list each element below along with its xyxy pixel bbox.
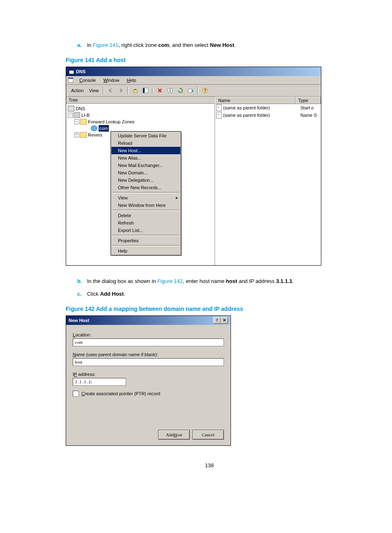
dialog-body: Location: com Name (uses parent domain n… <box>66 325 231 445</box>
text-bold: Add Host <box>100 291 124 297</box>
cell-name: (same as parent folder) <box>223 113 270 118</box>
ctx-view[interactable]: View <box>111 194 180 202</box>
ctx-help[interactable]: Help <box>111 247 180 255</box>
show-hide-tree-button[interactable] <box>141 86 150 95</box>
figure-link-141[interactable]: Figure 141 <box>93 42 118 48</box>
expand-icon[interactable]: + <box>74 132 79 137</box>
svg-rect-1 <box>69 69 74 70</box>
text: , right click zone <box>118 42 158 48</box>
dialog-titlebar: New Host ? ✕ <box>66 316 231 325</box>
menubar: CConsoleonsole Window Help <box>66 76 321 85</box>
menu-console[interactable]: CConsoleonsole <box>76 77 99 83</box>
refresh-button[interactable] <box>175 86 185 95</box>
text: . <box>124 291 125 297</box>
ptr-checkbox[interactable] <box>73 391 79 397</box>
ctx-properties[interactable]: Properties <box>111 237 180 244</box>
list-pane: Name Type (same as parent folder) Start … <box>215 97 321 265</box>
titlebar: DNS <box>66 67 321 76</box>
ctx-new-delegation[interactable]: New Delegation... <box>111 176 180 184</box>
ctx-other-records[interactable]: Other New Records... <box>111 184 180 191</box>
menu-window[interactable]: Window <box>100 77 122 83</box>
ctx-update-server-data[interactable]: Update Server Data File <box>111 132 180 139</box>
text: Click <box>87 291 100 297</box>
text: In the dialog box as shown in <box>87 278 157 284</box>
tree-header: Tree <box>66 97 214 104</box>
ctx-new-mx[interactable]: New Mail Exchanger... <box>111 162 180 169</box>
tree-fwd-zones[interactable]: −Forward Lookup Zones <box>68 118 212 125</box>
text: In <box>87 42 93 48</box>
properties-button[interactable] <box>165 86 175 95</box>
new-host-dialog: New Host ? ✕ Location: com Name (uses pa… <box>66 315 231 446</box>
separator <box>112 235 180 236</box>
location-label: Location: <box>73 332 224 337</box>
cancel-button[interactable]: Cancel <box>192 430 224 440</box>
text-bold: com <box>158 42 169 48</box>
name-label: Name (uses parent domain name if blank): <box>73 352 224 357</box>
tree-server[interactable]: −LI-B <box>68 112 212 118</box>
name-field[interactable]: host <box>73 358 224 366</box>
ctx-refresh[interactable]: Refresh <box>111 219 180 227</box>
ctx-reload[interactable]: Reload <box>111 139 180 147</box>
text-bold: host <box>226 278 237 284</box>
help-button[interactable]: ? <box>200 86 210 95</box>
separator <box>152 87 153 94</box>
location-field: com <box>73 338 224 346</box>
step-letter-c: c. <box>77 290 85 298</box>
svg-point-8 <box>170 89 171 90</box>
text: , enter host name <box>183 278 226 284</box>
help-window-button[interactable]: ? <box>213 317 221 324</box>
record-icon <box>216 112 222 118</box>
close-window-button[interactable]: ✕ <box>221 317 228 324</box>
step-a: a. In Figure 141, right click zone com, … <box>77 41 353 49</box>
col-name[interactable]: Name <box>215 97 295 104</box>
dns-root-icon <box>68 106 74 111</box>
separator <box>127 87 129 94</box>
add-host-button[interactable]: Add Host <box>158 430 190 440</box>
list-header: Name Type <box>215 97 321 104</box>
ip-label: IP address: <box>73 372 224 377</box>
text: . <box>293 278 294 284</box>
tree-root-dns[interactable]: DNS <box>68 105 212 112</box>
svg-rect-4 <box>134 90 137 93</box>
ptr-label: Create associated pointer (PTR) record <box>81 391 160 396</box>
window-title: DNS <box>76 69 85 74</box>
back-button[interactable] <box>106 86 115 95</box>
ctx-new-domain[interactable]: New Domain... <box>111 169 180 176</box>
toolbar: Action View ? <box>66 85 321 97</box>
ptr-checkbox-row[interactable]: Create associated pointer (PTR) record <box>73 391 224 397</box>
step-b: b. In the dialog box as shown in Figure … <box>77 277 353 285</box>
delete-button[interactable] <box>155 86 165 95</box>
svg-rect-0 <box>69 70 74 74</box>
toolbar-action[interactable]: Action <box>69 88 86 93</box>
step-letter-a: a. <box>77 41 85 49</box>
up-button[interactable] <box>130 86 140 95</box>
list-row[interactable]: (same as parent folder) Start o <box>215 104 321 111</box>
ctx-new-host[interactable]: New Host... <box>111 147 180 154</box>
toolbar-view[interactable]: View <box>87 88 101 93</box>
cell-type: Name S <box>300 113 320 118</box>
step-letter-b: b. <box>77 277 85 285</box>
ctx-export[interactable]: Export List... <box>111 227 180 234</box>
list-row[interactable]: (same as parent folder) Name S <box>215 111 321 119</box>
separator <box>103 87 104 94</box>
separator <box>112 210 180 211</box>
dns-mmc-window: DNS CConsoleonsole Window Help Action Vi… <box>66 67 321 266</box>
ip-field[interactable]: 3 .1 .1 .1| <box>73 378 126 386</box>
context-menu: Update Server Data File Reload New Host.… <box>111 131 181 255</box>
tree-zone-com[interactable]: com <box>68 125 212 132</box>
svg-text:?: ? <box>204 88 206 93</box>
collapse-icon[interactable]: − <box>74 119 79 124</box>
figure-link-142[interactable]: Figure 142 <box>157 278 183 284</box>
ctx-delete[interactable]: Delete <box>111 212 180 219</box>
export-button[interactable] <box>186 86 196 95</box>
ctx-new-alias[interactable]: New Alias... <box>111 154 180 162</box>
folder-icon <box>80 132 87 138</box>
ctx-new-window[interactable]: New Window from Here <box>111 202 180 209</box>
collapse-icon[interactable]: − <box>68 113 73 118</box>
svg-rect-2 <box>68 79 73 82</box>
separator <box>112 192 180 193</box>
menu-help[interactable]: Help <box>124 77 140 83</box>
forward-button[interactable] <box>116 86 126 95</box>
col-type[interactable]: Type <box>295 97 321 104</box>
text: . <box>234 42 236 48</box>
